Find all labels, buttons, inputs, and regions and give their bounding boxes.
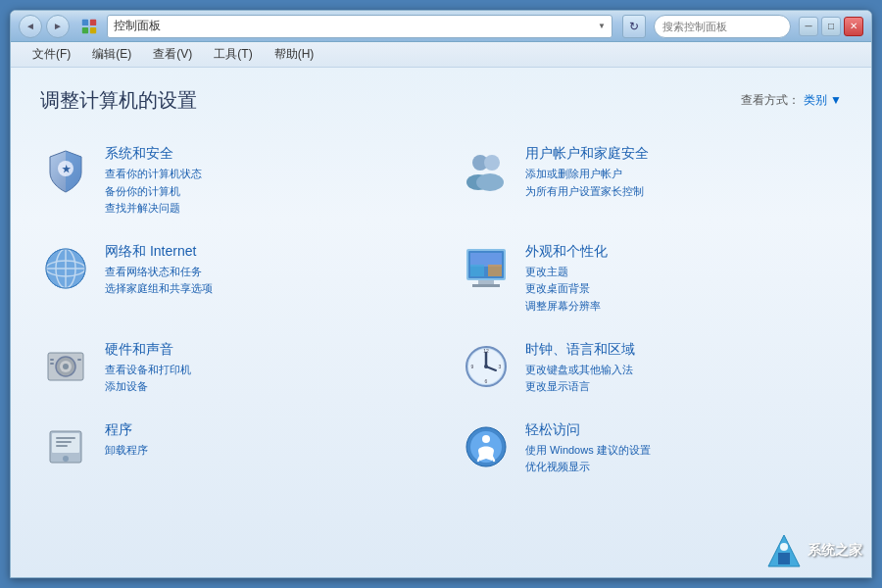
page-header: 调整计算机的设置 查看方式： 类别 ▼: [40, 87, 842, 114]
address-bar[interactable]: 控制面板 ▼: [107, 15, 612, 38]
user-accounts-link-2[interactable]: 为所有用户设置家长控制: [525, 183, 842, 201]
appearance-title[interactable]: 外观和个性化: [525, 243, 842, 261]
svg-text:6: 6: [485, 378, 488, 384]
title-bar-left: ◄ ► 控制面板 ▼ ↻ 🔍: [19, 15, 791, 38]
system-security-title[interactable]: 系统和安全: [105, 145, 421, 163]
user-accounts-icon: [461, 145, 512, 196]
section-programs: 程序 卸载程序: [40, 414, 421, 484]
appearance-link-1[interactable]: 更改主题: [525, 264, 842, 281]
window-controls: ─ □ ✕: [799, 17, 863, 36]
svg-rect-51: [778, 553, 790, 564]
appearance-icon: [461, 243, 512, 294]
network-icon: [40, 243, 91, 294]
clock-title[interactable]: 时钟、语言和区域: [525, 341, 842, 359]
svg-point-52: [780, 543, 788, 551]
clock-icon: 12 3 6 9: [461, 341, 512, 392]
ease-access-title[interactable]: 轻松访问: [525, 421, 842, 439]
clock-text: 时钟、语言和区域 更改键盘或其他输入法 更改显示语言: [525, 341, 842, 396]
network-text: 网络和 Internet 查看网络状态和任务 选择家庭组和共享选项: [105, 243, 421, 298]
menu-tools[interactable]: 工具(T): [204, 43, 262, 66]
clock-link-2[interactable]: 更改显示语言: [525, 378, 842, 396]
user-accounts-title[interactable]: 用户帐户和家庭安全: [525, 145, 842, 163]
svg-text:9: 9: [471, 364, 474, 369]
menu-file[interactable]: 文件(F): [23, 43, 80, 66]
user-accounts-text: 用户帐户和家庭安全 添加或删除用户帐户 为所有用户设置家长控制: [525, 145, 842, 200]
svg-rect-1: [90, 19, 96, 24]
forward-button[interactable]: ►: [46, 15, 70, 38]
address-text: 控制面板: [114, 18, 598, 34]
close-button[interactable]: ✕: [844, 17, 863, 36]
svg-rect-18: [470, 253, 502, 267]
svg-text:★: ★: [62, 164, 72, 174]
maximize-button[interactable]: □: [821, 17, 841, 36]
svg-rect-29: [77, 359, 81, 361]
svg-point-7: [484, 155, 500, 171]
ease-access-link-1[interactable]: 使用 Windows 建议的设置: [525, 442, 842, 460]
svg-rect-21: [470, 265, 484, 276]
control-panel-grid: ★ 系统和安全 查看你的计算机状态 备份你的计算机 查找并解决问题: [40, 137, 842, 484]
section-hardware: 硬件和声音 查看设备和打印机 添加设备: [40, 333, 421, 404]
system-security-link-3[interactable]: 查找并解决问题: [105, 200, 421, 218]
network-title[interactable]: 网络和 Internet: [105, 243, 421, 261]
hardware-link-2[interactable]: 添加设备: [105, 378, 421, 396]
system-security-link-2[interactable]: 备份你的计算机: [105, 183, 421, 201]
svg-rect-43: [56, 441, 72, 443]
search-input[interactable]: [662, 21, 798, 32]
minimize-button[interactable]: ─: [799, 17, 818, 36]
svg-rect-22: [488, 265, 502, 276]
view-mode-label: 查看方式：: [741, 92, 800, 109]
user-accounts-link-1[interactable]: 添加或删除用户帐户: [525, 166, 842, 183]
section-system-security: ★ 系统和安全 查看你的计算机状态 备份你的计算机 查找并解决问题: [40, 137, 421, 225]
view-mode-link[interactable]: 类别 ▼: [804, 92, 842, 109]
system-security-link-1[interactable]: 查看你的计算机状态: [105, 166, 421, 183]
svg-point-26: [63, 364, 69, 369]
appearance-text: 外观和个性化 更改主题 更改桌面背景 调整屏幕分辨率: [525, 243, 842, 316]
section-clock: 12 3 6 9 时钟、语言和区域 更改键盘或其他输入法 更改显示语言: [461, 333, 842, 404]
svg-rect-20: [472, 284, 500, 287]
watermark-text: 系统之家: [808, 542, 862, 560]
section-user-accounts: 用户帐户和家庭安全 添加或删除用户帐户 为所有用户设置家长控制: [461, 137, 842, 225]
refresh-button[interactable]: ↻: [622, 15, 646, 38]
address-dropdown-arrow[interactable]: ▼: [598, 22, 606, 30]
section-appearance: 外观和个性化 更改主题 更改桌面背景 调整屏幕分辨率: [461, 235, 842, 323]
controlpanel-icon: [79, 17, 99, 36]
menu-help[interactable]: 帮助(H): [265, 43, 324, 66]
programs-text: 程序 卸载程序: [105, 421, 421, 460]
appearance-link-3[interactable]: 调整屏幕分辨率: [525, 298, 842, 316]
section-ease-access: 轻松访问 使用 Windows 建议的设置 优化视频显示: [461, 414, 842, 484]
page-title: 调整计算机的设置: [40, 87, 197, 114]
menu-view[interactable]: 查看(V): [143, 43, 202, 66]
watermark: 系统之家: [766, 533, 862, 568]
appearance-link-2[interactable]: 更改桌面背景: [525, 280, 842, 298]
hardware-link-1[interactable]: 查看设备和打印机: [105, 362, 421, 379]
menu-edit[interactable]: 编辑(E): [82, 43, 141, 66]
svg-point-47: [482, 435, 490, 443]
main-window: ◄ ► 控制面板 ▼ ↻ 🔍 ─ □ ✕: [10, 10, 872, 578]
hardware-text: 硬件和声音 查看设备和打印机 添加设备: [105, 341, 421, 396]
hardware-title[interactable]: 硬件和声音: [105, 341, 421, 359]
title-bar: ◄ ► 控制面板 ▼ ↻ 🔍 ─ □ ✕: [11, 11, 871, 42]
programs-icon: [40, 421, 91, 472]
menu-bar: 文件(F) 编辑(E) 查看(V) 工具(T) 帮助(H): [11, 42, 871, 68]
svg-rect-3: [90, 26, 96, 32]
programs-link-1[interactable]: 卸载程序: [105, 442, 421, 460]
svg-rect-2: [82, 26, 88, 32]
view-mode-selector: 查看方式： 类别 ▼: [741, 92, 842, 109]
svg-text:3: 3: [499, 364, 502, 369]
ease-access-icon: [461, 421, 512, 472]
svg-rect-0: [82, 19, 88, 24]
network-link-2[interactable]: 选择家庭组和共享选项: [105, 280, 421, 298]
clock-link-1[interactable]: 更改键盘或其他输入法: [525, 362, 842, 379]
search-bar: 🔍: [654, 15, 791, 38]
svg-text:12: 12: [483, 348, 489, 354]
programs-title[interactable]: 程序: [105, 421, 421, 439]
system-security-icon: ★: [40, 145, 91, 196]
svg-rect-27: [50, 359, 54, 361]
ease-access-link-2[interactable]: 优化视频显示: [525, 459, 842, 476]
network-link-1[interactable]: 查看网络状态和任务: [105, 264, 421, 281]
hardware-icon: [40, 341, 91, 392]
svg-rect-44: [56, 445, 68, 447]
back-button[interactable]: ◄: [19, 15, 42, 38]
main-content: 调整计算机的设置 查看方式： 类别 ▼: [11, 68, 871, 577]
ease-access-text: 轻松访问 使用 Windows 建议的设置 优化视频显示: [525, 421, 842, 476]
